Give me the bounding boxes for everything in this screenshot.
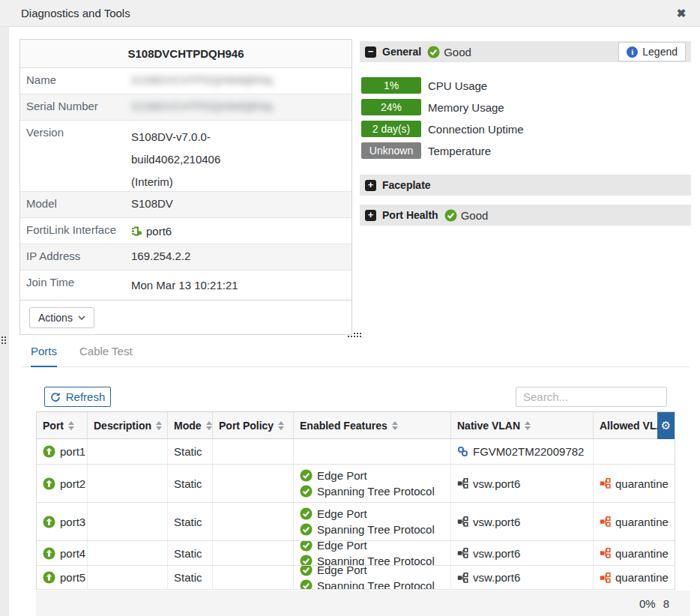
stat-label: Memory Usage	[428, 101, 504, 114]
stat-row: 2 day(s)Connection Uptime	[361, 121, 691, 137]
section-faceplate[interactable]: + Faceplate	[360, 175, 691, 196]
sort-icon	[68, 421, 74, 430]
column-header-mode[interactable]: Mode	[168, 412, 213, 438]
cell-port: port4	[37, 541, 88, 565]
cell-port-policy	[213, 465, 294, 502]
ip-value: 169.254.2.2	[125, 244, 196, 270]
bottom-tabs: Ports Cable Test	[21, 341, 690, 367]
info-row-version: Version S108DV-v7.0.0- build4062,210406 …	[20, 121, 351, 192]
device-serial-title: S108DVCHTPDQH946	[20, 40, 351, 68]
health-panel: − General Good i Legend 1%CPU Usage24%Me…	[360, 41, 691, 235]
cell-port-policy	[213, 439, 294, 464]
cell-enabled-features: Edge PortSpanning Tree Protocol	[294, 566, 451, 589]
stat-value-badge: 1%	[361, 77, 421, 94]
legend-button[interactable]: i Legend	[618, 42, 686, 61]
sort-icon	[392, 421, 398, 430]
sort-icon	[525, 421, 531, 430]
stat-label: CPU Usage	[428, 79, 487, 92]
stat-label: Temperature	[428, 145, 491, 157]
tab-cable-test[interactable]: Cable Test	[79, 345, 133, 366]
fortilink-chain-icon	[457, 446, 468, 457]
version-label: Version	[20, 121, 125, 191]
cell-native-vlan: FGVM02TM22009782	[451, 439, 594, 464]
port-up-icon	[43, 445, 55, 458]
cell-mode: Static	[168, 566, 213, 589]
vlan-icon	[600, 548, 611, 558]
column-header-port[interactable]: Port	[37, 412, 88, 438]
diagnostics-dialog: Diagnostics and Tools ✖ S108DVCHTPDQH946…	[0, 0, 700, 616]
faceplate-title: Faceplate	[382, 179, 431, 191]
cell-description	[88, 566, 168, 589]
close-icon[interactable]: ✖	[675, 7, 688, 20]
cell-native-vlan: vsw.port6	[451, 503, 594, 540]
stat-row: 1%CPU Usage	[361, 77, 691, 94]
port-up-icon	[43, 547, 55, 560]
vlan-icon	[600, 478, 611, 489]
cell-enabled-features: Edge PortSpanning Tree Protocol	[294, 541, 451, 565]
model-value: S108DV	[125, 192, 179, 217]
column-header-description[interactable]: Description	[88, 412, 168, 438]
vlan-icon	[457, 516, 468, 527]
actions-button[interactable]: Actions	[29, 307, 94, 328]
cell-native-vlan: vsw.port6	[451, 566, 594, 589]
vertical-resize-gripper-icon[interactable]	[1, 336, 6, 344]
dialog-title: Diagnostics and Tools	[21, 7, 130, 19]
cell-allowed-vlans: quarantine	[594, 465, 675, 502]
section-port-health[interactable]: + Port Health Good	[360, 205, 691, 226]
column-settings-gear-icon[interactable]: ⚙	[657, 412, 675, 439]
check-circle-icon	[300, 469, 313, 482]
cell-port: port3	[37, 503, 88, 540]
check-circle-icon	[300, 507, 313, 520]
column-header-enabled-features[interactable]: Enabled Features	[294, 412, 451, 438]
table-row[interactable]: port3StaticEdge PortSpanning Tree Protoc…	[37, 503, 675, 541]
cell-mode: Static	[168, 465, 213, 502]
section-general[interactable]: − General Good i Legend	[360, 41, 691, 62]
table-header-row: PortDescriptionModePort PolicyEnabled Fe…	[37, 412, 675, 439]
cell-allowed-vlans: quarantine	[594, 503, 675, 540]
device-info-panel: S108DVCHTPDQH946 Name S108DVCHTPDQH946jf…	[19, 39, 352, 335]
table-row[interactable]: port1StaticFGVM02TM22009782	[37, 439, 675, 465]
dialog-titlebar: Diagnostics and Tools ✖	[0, 0, 700, 27]
tab-ports[interactable]: Ports	[31, 345, 57, 367]
cell-port: port1	[37, 439, 88, 464]
search-input[interactable]	[516, 387, 667, 407]
cell-allowed-vlans: quarantine	[594, 541, 675, 565]
join-time-value: Mon Mar 13 10:21:21 2023	[125, 271, 244, 300]
vlan-icon	[600, 573, 611, 583]
refresh-button[interactable]: Refresh	[44, 387, 111, 407]
port-up-icon	[43, 477, 55, 490]
ports-table: PortDescriptionModePort PolicyEnabled Fe…	[36, 411, 675, 590]
cell-native-vlan: vsw.port6	[451, 541, 594, 565]
cell-mode: Static	[168, 541, 213, 565]
check-circle-icon	[300, 523, 313, 536]
sort-icon	[278, 421, 284, 430]
cell-port: port5	[37, 566, 88, 589]
general-title: General	[382, 46, 421, 58]
name-value-redacted: S108DVCHTPDQH946jfrhtq	[125, 68, 278, 94]
cell-enabled-features: Edge PortSpanning Tree Protocol	[294, 503, 451, 540]
info-circle-icon: i	[627, 46, 638, 58]
table-row[interactable]: port2StaticEdge PortSpanning Tree Protoc…	[37, 465, 675, 503]
expand-plus-icon[interactable]: +	[365, 180, 376, 191]
stat-value-badge: 2 day(s)	[361, 121, 421, 137]
cell-native-vlan: vsw.port6	[451, 465, 594, 502]
check-circle-icon	[300, 485, 313, 498]
expand-plus-icon[interactable]: +	[365, 210, 376, 221]
cell-description	[88, 465, 168, 502]
column-header-native-vlan[interactable]: Native VLAN	[451, 412, 594, 438]
cell-description	[88, 503, 168, 540]
table-row[interactable]: port5StaticEdge PortSpanning Tree Protoc…	[37, 566, 675, 590]
cell-port-policy	[213, 503, 294, 540]
collapse-minus-icon[interactable]: −	[365, 46, 376, 58]
info-row-serial: Serial Number S108DVCHTPDQH946jfrhtq	[20, 94, 351, 121]
check-circle-icon	[427, 46, 440, 58]
sort-icon	[156, 421, 162, 430]
info-row-model: Model S108DV	[20, 192, 351, 218]
cell-enabled-features	[294, 439, 451, 464]
cell-description	[88, 541, 168, 565]
fortilink-port-icon	[131, 226, 142, 236]
info-row-name: Name S108DVCHTPDQH946jfrhtq	[20, 68, 351, 94]
column-header-port-policy[interactable]: Port Policy	[213, 412, 294, 438]
table-row[interactable]: port4StaticEdge PortSpanning Tree Protoc…	[37, 541, 675, 566]
footer-percent: 0%	[639, 597, 656, 610]
